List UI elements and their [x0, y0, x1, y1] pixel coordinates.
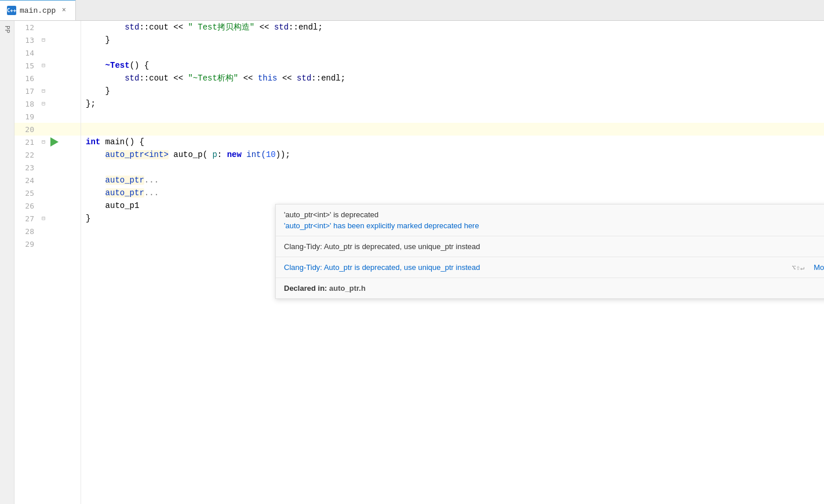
gutter-row-14: 14	[14, 46, 81, 59]
code-token: <<	[238, 74, 258, 83]
tooltip-deprecated-title: 'auto_ptr<int>' is deprecated	[284, 210, 824, 219]
gutter-row-24: 24	[14, 174, 81, 187]
code-token: new	[227, 150, 242, 159]
code-token: () {	[125, 137, 144, 147]
code-line-13: }	[81, 34, 824, 46]
code-token: ::	[139, 23, 149, 32]
fold-icon-26[interactable]	[39, 201, 48, 210]
gutter-row-12: 12	[14, 21, 81, 34]
code-line-18: };	[81, 97, 824, 110]
code-token: <<	[169, 23, 188, 32]
code-token: :	[217, 150, 227, 159]
fold-icon-18[interactable]: ⊟	[39, 99, 48, 108]
code-token: main	[100, 137, 125, 147]
gutter-row-27: 27 ⊟	[14, 212, 81, 225]
line-num-21: 21	[14, 138, 39, 147]
tab-label: main.cpp	[20, 6, 56, 15]
line-num-14: 14	[14, 49, 39, 57]
code-token: ...	[144, 188, 159, 198]
code-area[interactable]: std::cout << " Test拷贝构造" << std::endl; }…	[81, 21, 824, 504]
code-line-23	[81, 161, 824, 174]
fold-icon-12[interactable]	[39, 23, 48, 32]
gutter-row-13: 13 ⊟	[14, 34, 81, 46]
fold-icon-17[interactable]: ⊟	[39, 86, 48, 96]
tooltip-more-actions-link[interactable]: More actions...	[814, 263, 824, 272]
code-token: auto_p(	[169, 150, 213, 159]
fold-icon-14[interactable]	[39, 48, 48, 57]
code-token: ;	[318, 23, 323, 32]
code-token: }	[86, 214, 90, 223]
code-line-15: ~Test() {	[81, 59, 824, 72]
code-token: std	[86, 74, 139, 83]
fold-icon-21[interactable]: ⊟	[39, 137, 48, 147]
code-token: std	[297, 74, 311, 83]
code-token: }	[86, 35, 110, 45]
code-token-auto-ptr-24: auto_ptr	[105, 176, 144, 185]
code-token: 10	[266, 150, 276, 159]
code-token: int	[86, 137, 100, 147]
code-token: auto_p1	[86, 201, 139, 210]
line-num-26: 26	[14, 202, 39, 210]
code-token: ));	[276, 150, 290, 159]
code-line-14	[81, 46, 824, 59]
gutter-row-25: 25	[14, 187, 81, 199]
gutter-row-26: 26	[14, 199, 81, 212]
line-num-15: 15	[14, 61, 39, 70]
code-token: <<	[277, 74, 297, 83]
fold-icon-22[interactable]	[39, 150, 48, 159]
code-token: " Test拷贝构造"	[188, 22, 254, 32]
code-token: p	[212, 150, 217, 159]
line-num-19: 19	[14, 112, 39, 121]
breakpoint-21[interactable]	[48, 137, 61, 147]
line-num-25: 25	[14, 189, 39, 198]
tab-main-cpp[interactable]: C++ main.cpp ×	[0, 0, 76, 20]
fold-icon-20[interactable]	[39, 125, 48, 134]
tooltip-declared-text: Declared in: auto_ptr.h	[284, 284, 824, 293]
code-line-12: std::cout << " Test拷贝构造" << std::endl;	[81, 21, 824, 34]
sidebar-label: PP	[3, 23, 11, 35]
fold-icon-28[interactable]	[39, 227, 48, 236]
code-token-this: this	[258, 74, 278, 83]
line-num-12: 12	[14, 23, 39, 32]
code-token: endl	[321, 74, 341, 83]
code-token-auto-ptr-25: auto_ptr	[105, 188, 144, 198]
code-line-19	[81, 110, 824, 123]
line-num-17: 17	[14, 87, 39, 96]
tooltip-tidy-fix-link[interactable]: Clang-Tidy: Auto_ptr is deprecated, use …	[284, 263, 480, 272]
gutter-row-28: 28	[14, 225, 81, 238]
code-token: ~Test	[86, 61, 130, 70]
fold-icon-23[interactable]	[39, 163, 48, 172]
line-num-24: 24	[14, 176, 39, 185]
tab-close-button[interactable]: ×	[59, 6, 68, 15]
gutter-row-20: 20	[14, 123, 81, 136]
code-line-17: }	[81, 85, 824, 97]
gutter-row-21: 21 ⊟	[14, 136, 81, 148]
gutter-row-19: 19	[14, 110, 81, 123]
gutter-row-29: 29	[14, 238, 81, 250]
code-line-21: int main() {	[81, 136, 824, 148]
code-token: ::	[139, 74, 149, 83]
tooltip-deprecated-link[interactable]: 'auto_ptr<int>' has been explicitly mark…	[284, 221, 824, 230]
tooltip-panel: ⋮ 'auto_ptr<int>' is deprecated 'auto_pt…	[275, 204, 824, 299]
editor-container: PP 12 13 ⊟ 14 15 ⊟ 16	[0, 21, 824, 504]
fold-icon-24[interactable]	[39, 176, 48, 185]
fold-icon-13[interactable]: ⊟	[39, 35, 48, 45]
tooltip-actions: ⌥⇧↵ More actions... ⌥↵	[792, 263, 824, 272]
fold-icon-19[interactable]	[39, 112, 48, 121]
line-num-18: 18	[14, 100, 39, 108]
fold-icon-27[interactable]: ⊟	[39, 214, 48, 223]
gutter-row-15: 15 ⊟	[14, 59, 81, 72]
fold-icon-16[interactable]	[39, 74, 48, 83]
fold-icon-15[interactable]: ⊟	[39, 61, 48, 70]
code-token: cout	[149, 74, 169, 83]
gutter-row-17: 17 ⊟	[14, 85, 81, 97]
fold-icon-29[interactable]	[39, 239, 48, 249]
tooltip-declared-label: Declared in:	[284, 284, 327, 293]
code-token	[86, 176, 105, 185]
code-token: ::	[289, 23, 298, 32]
code-token: cout	[149, 23, 169, 32]
code-token: () {	[130, 61, 150, 70]
fold-icon-25[interactable]	[39, 188, 48, 198]
tooltip-declared-file: auto_ptr.h	[329, 284, 366, 293]
line-num-29: 29	[14, 240, 39, 249]
